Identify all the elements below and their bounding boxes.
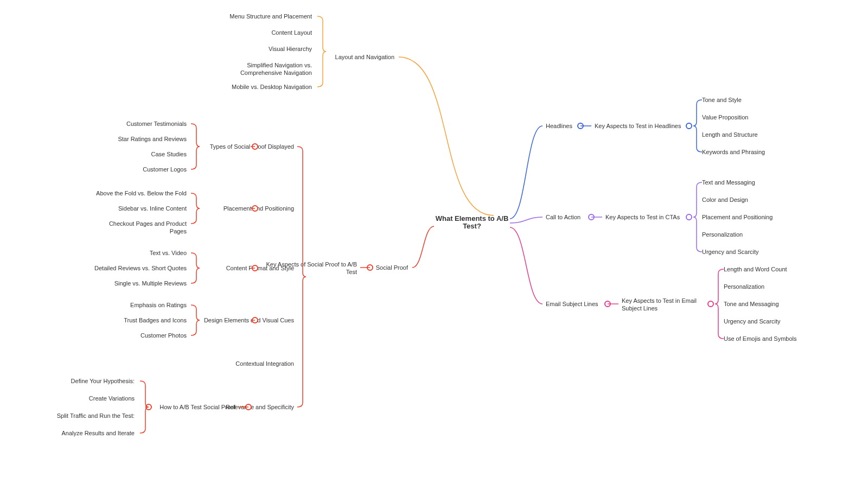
- howto-leaf: Analyze Results and Iterate: [61, 430, 135, 436]
- cta-sub: Key Aspects to Test in CTAs: [605, 214, 680, 220]
- cta-sub-node[interactable]: [686, 214, 692, 220]
- email-item: Use of Emojis and Symbols: [724, 335, 797, 342]
- social-leaf: Customer Testimonials: [126, 120, 187, 127]
- social-label: Social Proof: [376, 264, 409, 271]
- cta-item: Placement and Positioning: [702, 214, 773, 220]
- social-group-label: Relevance and Specificity: [226, 404, 294, 410]
- email-label: Email Subject Lines: [546, 301, 598, 307]
- social-group-label: Contextual Integration: [235, 360, 294, 367]
- email-item: Urgency and Scarcity: [724, 318, 781, 325]
- social-leaf: Star Ratings and Reviews: [118, 136, 187, 142]
- cta-item: Text and Messaging: [702, 179, 755, 186]
- headlines-item: Length and Structure: [702, 131, 758, 138]
- howto-label: How to A/B Test Social Proof: [159, 404, 236, 410]
- social-leaf: Trust Badges and Icons: [124, 317, 187, 323]
- email-sub: Key Aspects to Test in EmailSubject Line…: [622, 297, 697, 312]
- email-item: Personalization: [724, 283, 764, 290]
- layout-item: Mobile vs. Desktop Navigation: [232, 84, 312, 90]
- headlines-sub-node[interactable]: [686, 123, 692, 129]
- social-leaf: Emphasis on Ratings: [130, 302, 187, 308]
- email-sub-node[interactable]: [708, 301, 713, 307]
- social-leaf: Sidebar vs. Inline Content: [118, 205, 187, 212]
- layout-item: Simplified Navigation vs.Comprehensive N…: [240, 62, 312, 76]
- layout-item: Visual Hierarchy: [269, 46, 312, 52]
- social-leaf: Customer Logos: [143, 166, 187, 173]
- cta-item: Color and Design: [702, 196, 748, 203]
- email-item: Tone and Messaging: [724, 301, 779, 307]
- social-group-label: Placement and Positioning: [224, 205, 294, 212]
- layout-item: Content Layout: [271, 29, 312, 36]
- headlines-sub: Key Aspects to Test in Headlines: [595, 123, 681, 129]
- howto-leaf: Create Variations: [89, 395, 135, 402]
- social-leaf: Checkout Pages and ProductPages: [109, 220, 187, 234]
- cta-label: Call to Action: [546, 214, 580, 220]
- headlines-item: Value Proposition: [702, 114, 748, 120]
- social-leaf: Single vs. Multiple Reviews: [114, 280, 187, 287]
- center-title: What Elements to A/BTest?: [436, 214, 509, 230]
- mindmap: What Elements to A/BTest?HeadlinesKey As…: [0, 0, 868, 483]
- cta-item: Personalization: [702, 231, 743, 238]
- headlines-item: Keywords and Phrasing: [702, 149, 765, 155]
- headlines-label: Headlines: [546, 123, 572, 129]
- social-leaf: Above the Fold vs. Below the Fold: [96, 190, 187, 196]
- social-leaf: Detailed Reviews vs. Short Quotes: [94, 265, 187, 271]
- layout-item: Menu Structure and Placement: [229, 13, 312, 20]
- social-group-label: Content Format and Style: [226, 265, 294, 271]
- email-item: Length and Word Count: [724, 266, 787, 272]
- social-group-label: Design Elements and Visual Cues: [204, 317, 295, 323]
- layout-label: Layout and Navigation: [335, 54, 394, 60]
- howto-leaf: Define Your Hypothesis:: [71, 378, 135, 384]
- howto-leaf: Split Traffic and Run the Test:: [57, 412, 135, 419]
- social-leaf: Customer Photos: [141, 332, 187, 339]
- social-leaf: Text vs. Video: [150, 250, 187, 256]
- cta-item: Urgency and Scarcity: [702, 249, 759, 255]
- social-leaf: Case Studies: [151, 151, 187, 157]
- headlines-item: Tone and Style: [702, 97, 742, 103]
